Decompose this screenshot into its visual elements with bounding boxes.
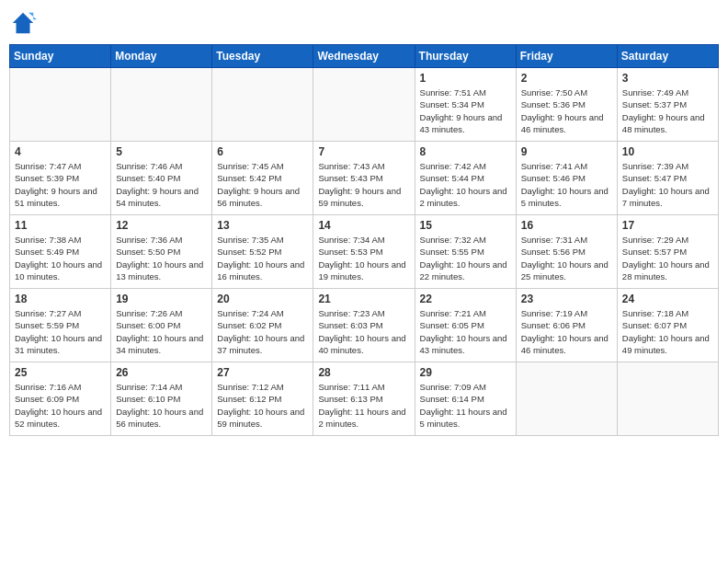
day-info: Sunrise: 7:51 AM Sunset: 5:34 PM Dayligh… [420, 86, 511, 135]
calendar-cell: 14Sunrise: 7:34 AM Sunset: 5:53 PM Dayli… [313, 215, 415, 289]
calendar-header-row: SundayMondayTuesdayWednesdayThursdayFrid… [10, 45, 719, 68]
logo-icon [9, 9, 37, 37]
day-info: Sunrise: 7:47 AM Sunset: 5:39 PM Dayligh… [15, 160, 106, 209]
calendar-cell [313, 68, 415, 142]
calendar-cell: 11Sunrise: 7:38 AM Sunset: 5:49 PM Dayli… [10, 215, 111, 289]
day-number: 9 [521, 145, 612, 158]
day-number: 13 [217, 219, 308, 232]
day-info: Sunrise: 7:11 AM Sunset: 6:13 PM Dayligh… [318, 381, 409, 430]
day-number: 28 [318, 366, 409, 379]
column-header-sunday: Sunday [10, 45, 111, 68]
calendar-cell: 3Sunrise: 7:49 AM Sunset: 5:37 PM Daylig… [617, 68, 718, 142]
calendar-cell [516, 362, 617, 436]
day-info: Sunrise: 7:16 AM Sunset: 6:09 PM Dayligh… [15, 381, 106, 430]
calendar-week-row: 1Sunrise: 7:51 AM Sunset: 5:34 PM Daylig… [10, 68, 719, 142]
day-info: Sunrise: 7:46 AM Sunset: 5:40 PM Dayligh… [116, 160, 207, 209]
page-header [9, 9, 719, 37]
calendar-cell: 20Sunrise: 7:24 AM Sunset: 6:02 PM Dayli… [212, 289, 313, 362]
calendar-cell: 9Sunrise: 7:41 AM Sunset: 5:46 PM Daylig… [516, 142, 617, 215]
day-info: Sunrise: 7:43 AM Sunset: 5:43 PM Dayligh… [318, 160, 409, 209]
column-header-wednesday: Wednesday [313, 45, 415, 68]
day-number: 3 [622, 72, 713, 85]
day-number: 14 [318, 219, 409, 232]
day-number: 20 [217, 293, 308, 305]
calendar-week-row: 25Sunrise: 7:16 AM Sunset: 6:09 PM Dayli… [10, 362, 719, 436]
calendar-cell: 25Sunrise: 7:16 AM Sunset: 6:09 PM Dayli… [10, 362, 111, 436]
day-number: 10 [622, 145, 713, 158]
day-number: 24 [622, 293, 713, 305]
column-header-tuesday: Tuesday [212, 45, 313, 68]
day-number: 6 [217, 145, 308, 158]
day-info: Sunrise: 7:38 AM Sunset: 5:49 PM Dayligh… [15, 234, 106, 282]
day-number: 26 [116, 366, 207, 379]
calendar-cell: 4Sunrise: 7:47 AM Sunset: 5:39 PM Daylig… [10, 142, 111, 215]
day-number: 4 [15, 145, 106, 158]
day-info: Sunrise: 7:21 AM Sunset: 6:05 PM Dayligh… [420, 307, 511, 356]
day-number: 1 [420, 72, 511, 85]
day-info: Sunrise: 7:34 AM Sunset: 5:53 PM Dayligh… [318, 234, 409, 282]
day-info: Sunrise: 7:23 AM Sunset: 6:03 PM Dayligh… [318, 307, 409, 356]
calendar-cell: 12Sunrise: 7:36 AM Sunset: 5:50 PM Dayli… [111, 215, 212, 289]
calendar-cell: 26Sunrise: 7:14 AM Sunset: 6:10 PM Dayli… [111, 362, 212, 436]
day-number: 23 [521, 293, 612, 305]
day-info: Sunrise: 7:26 AM Sunset: 6:00 PM Dayligh… [116, 307, 207, 356]
calendar-cell: 27Sunrise: 7:12 AM Sunset: 6:12 PM Dayli… [212, 362, 313, 436]
day-number: 7 [318, 145, 409, 158]
calendar-cell [212, 68, 313, 142]
calendar-cell: 8Sunrise: 7:42 AM Sunset: 5:44 PM Daylig… [415, 142, 516, 215]
day-info: Sunrise: 7:29 AM Sunset: 5:57 PM Dayligh… [622, 234, 713, 282]
calendar-cell: 24Sunrise: 7:18 AM Sunset: 6:07 PM Dayli… [617, 289, 718, 362]
calendar-cell: 13Sunrise: 7:35 AM Sunset: 5:52 PM Dayli… [212, 215, 313, 289]
column-header-thursday: Thursday [415, 45, 516, 68]
day-number: 17 [622, 219, 713, 232]
day-info: Sunrise: 7:49 AM Sunset: 5:37 PM Dayligh… [622, 86, 713, 135]
day-number: 19 [116, 293, 207, 305]
day-number: 16 [521, 219, 612, 232]
calendar-cell: 1Sunrise: 7:51 AM Sunset: 5:34 PM Daylig… [415, 68, 516, 142]
calendar-week-row: 11Sunrise: 7:38 AM Sunset: 5:49 PM Dayli… [10, 215, 719, 289]
day-number: 18 [15, 293, 106, 305]
day-number: 15 [420, 219, 511, 232]
day-number: 8 [420, 145, 511, 158]
day-info: Sunrise: 7:39 AM Sunset: 5:47 PM Dayligh… [622, 160, 713, 209]
day-info: Sunrise: 7:19 AM Sunset: 6:06 PM Dayligh… [521, 307, 612, 356]
day-info: Sunrise: 7:32 AM Sunset: 5:55 PM Dayligh… [420, 234, 511, 282]
calendar-cell: 17Sunrise: 7:29 AM Sunset: 5:57 PM Dayli… [617, 215, 718, 289]
day-info: Sunrise: 7:31 AM Sunset: 5:56 PM Dayligh… [521, 234, 612, 282]
calendar-cell: 22Sunrise: 7:21 AM Sunset: 6:05 PM Dayli… [415, 289, 516, 362]
column-header-friday: Friday [516, 45, 617, 68]
calendar-cell: 10Sunrise: 7:39 AM Sunset: 5:47 PM Dayli… [617, 142, 718, 215]
day-number: 25 [15, 366, 106, 379]
day-number: 5 [116, 145, 207, 158]
day-info: Sunrise: 7:41 AM Sunset: 5:46 PM Dayligh… [521, 160, 612, 209]
day-number: 22 [420, 293, 511, 305]
day-info: Sunrise: 7:42 AM Sunset: 5:44 PM Dayligh… [420, 160, 511, 209]
calendar-week-row: 4Sunrise: 7:47 AM Sunset: 5:39 PM Daylig… [10, 142, 719, 215]
day-number: 27 [217, 366, 308, 379]
logo [9, 9, 40, 37]
day-info: Sunrise: 7:18 AM Sunset: 6:07 PM Dayligh… [622, 307, 713, 356]
calendar-cell: 21Sunrise: 7:23 AM Sunset: 6:03 PM Dayli… [313, 289, 415, 362]
calendar-week-row: 18Sunrise: 7:27 AM Sunset: 5:59 PM Dayli… [10, 289, 719, 362]
calendar-cell [10, 68, 111, 142]
calendar-cell: 19Sunrise: 7:26 AM Sunset: 6:00 PM Dayli… [111, 289, 212, 362]
calendar-cell: 7Sunrise: 7:43 AM Sunset: 5:43 PM Daylig… [313, 142, 415, 215]
day-info: Sunrise: 7:35 AM Sunset: 5:52 PM Dayligh… [217, 234, 308, 282]
day-info: Sunrise: 7:24 AM Sunset: 6:02 PM Dayligh… [217, 307, 308, 356]
calendar-cell: 18Sunrise: 7:27 AM Sunset: 5:59 PM Dayli… [10, 289, 111, 362]
svg-marker-1 [28, 13, 37, 20]
column-header-monday: Monday [111, 45, 212, 68]
calendar-cell: 5Sunrise: 7:46 AM Sunset: 5:40 PM Daylig… [111, 142, 212, 215]
day-info: Sunrise: 7:12 AM Sunset: 6:12 PM Dayligh… [217, 381, 308, 430]
svg-marker-0 [13, 13, 34, 34]
day-info: Sunrise: 7:50 AM Sunset: 5:36 PM Dayligh… [521, 86, 612, 135]
calendar-cell [617, 362, 718, 436]
day-info: Sunrise: 7:36 AM Sunset: 5:50 PM Dayligh… [116, 234, 207, 282]
calendar-cell [111, 68, 212, 142]
calendar-cell: 29Sunrise: 7:09 AM Sunset: 6:14 PM Dayli… [415, 362, 516, 436]
calendar-cell: 28Sunrise: 7:11 AM Sunset: 6:13 PM Dayli… [313, 362, 415, 436]
day-info: Sunrise: 7:14 AM Sunset: 6:10 PM Dayligh… [116, 381, 207, 430]
day-info: Sunrise: 7:27 AM Sunset: 5:59 PM Dayligh… [15, 307, 106, 356]
day-number: 29 [420, 366, 511, 379]
calendar-cell: 2Sunrise: 7:50 AM Sunset: 5:36 PM Daylig… [516, 68, 617, 142]
